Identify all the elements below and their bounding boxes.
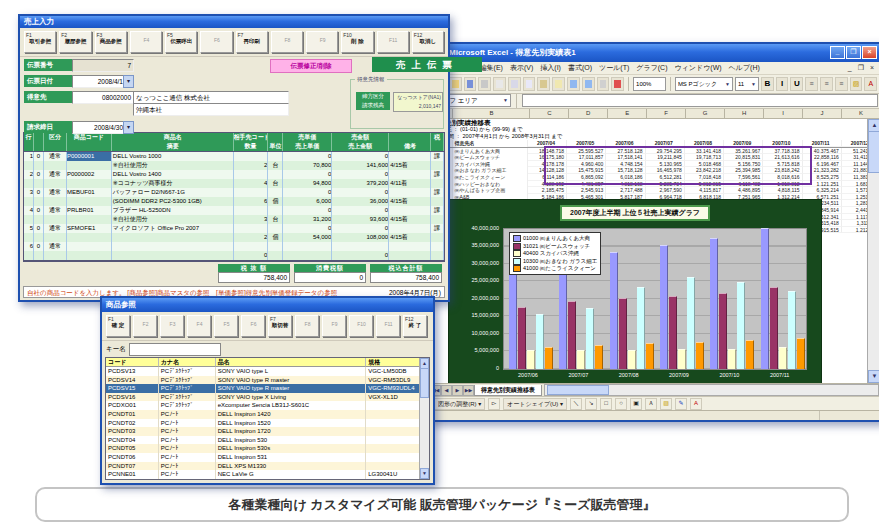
product-row[interactable]: PCDSV13PCﾃﾞｽｸﾄｯﾌﾟSONY VAIO type LVGC-LM5… [106,367,429,376]
underline-icon[interactable]: U [790,77,803,91]
fkey-button-f10[interactable]: F10 [349,315,373,337]
chart-wizard-icon[interactable] [611,77,624,91]
fkey-button-f7[interactable]: F7順切替 [268,315,292,337]
line-icon[interactable]: ＼ [570,398,582,410]
product-row[interactable]: PCNDT06PCﾉｰﾄDELL Inspiron 531 [106,453,429,462]
fkey-button-f4[interactable]: F4 [130,31,162,53]
sheet-tab[interactable]: 得意先別実績推移表 [474,385,542,396]
product-row[interactable]: PCNDT03PCﾉｰﾄDELL Inspiron 1720 [106,427,429,436]
redo-icon[interactable] [582,77,595,91]
slip-date-field[interactable]: 2008/4/1 [72,75,126,88]
bold-icon[interactable]: B [761,77,774,91]
menu-書式(O)[interactable]: 書式(O) [568,63,592,73]
font-size-combo[interactable]: 11▼ [735,77,759,91]
menu-グラフ(C)[interactable]: グラフ(C) [636,63,667,73]
sheet-data-row[interactable]: 41000㈱たこライスクィーン6,114,1866,865,0926,018,1… [430,174,879,181]
wordart-icon[interactable]: Ａ [645,398,657,410]
select-arrow-icon[interactable]: ▻ [488,398,500,410]
fkey-button-f6[interactable]: F6 [241,315,265,337]
align-center-icon[interactable]: ≡ [820,77,833,91]
fkey-button-f9[interactable]: F9 [306,31,338,53]
fkey-button-f11[interactable]: F11 [376,315,400,337]
product-row[interactable]: PCNNE01PCﾉｰﾄNEC LaVie GLG30041U [106,470,429,479]
sales-title-bar[interactable]: 売上入力 [20,16,448,28]
search-key-input[interactable] [129,343,221,356]
cut-icon[interactable] [508,77,521,91]
minimize-icon[interactable]: _ [830,46,845,59]
grid-line[interactable]: 30通常MEBUF01バッファロー D2/N667-1G00課 [24,188,444,197]
autosum-icon[interactable] [597,77,610,91]
product-row[interactable]: PCDSV16PCﾃﾞｽｸﾄｯﾌﾟSONY VAIO type X Living… [106,393,429,402]
fill-color-icon[interactable]: ▨ [850,77,863,91]
product-row[interactable]: PCDXO01PCﾃﾞｽｸﾄｯﾌﾟeXcomputer Sencia LB31J… [106,401,429,410]
product-title-bar[interactable]: 商品参照 [102,298,433,312]
grid-line[interactable]: 20通常P0000002DELL Vostro 140000課 [24,170,444,179]
menu-挿入(I)[interactable]: 挿入(I) [540,63,561,73]
sheet-data-row[interactable]: 31021㈱ビームスウォッチ16,175,18017,011,85717,518… [430,154,879,161]
grid-line[interactable]: ※自社使用分3台31,20093,6004/15着 [24,215,444,224]
grid-line[interactable]: ※自社使用分2台70,800141,6004/15着 [24,161,444,170]
slip-edit-delete-button[interactable]: 伝票修正/削除 [270,59,352,73]
scroll-thumb[interactable] [868,131,879,173]
customer-branch-field[interactable]: 沖縄本社 [133,103,289,116]
product-row[interactable]: PCNDT07PCﾉｰﾄDELL XPS M1330 [106,462,429,471]
font-color-icon[interactable]: A [690,398,702,410]
grid-line[interactable]: 50通常SFMOFE1マイクロソフト Office Pro 200700課 [24,224,444,233]
zoom-combo[interactable]: 100% [633,77,666,91]
menu-編集(E)[interactable]: 編集(E) [480,63,503,73]
column-header-G[interactable]: G [686,109,725,118]
arrow-icon[interactable]: ↘ [585,398,597,410]
menu-ウィンドウ(W)[interactable]: ウィンドウ(W) [675,63,722,73]
column-header-I[interactable]: I [764,109,803,118]
grid-line[interactable]: 00 [24,251,444,260]
sales-bar-chart[interactable]: 2007年度上半期 上位５社売上実績グラフ 05,000,00010,000,0… [448,199,822,383]
fkey-button-f5[interactable]: F5伝票呼出 [165,31,197,53]
customer-code-field[interactable]: 08002000 [72,91,134,104]
fkey-button-f2[interactable]: F2 [133,315,157,337]
fkey-button-f10[interactable]: F10削 除 [341,31,373,53]
fkey-button-f11[interactable]: F11 [377,31,409,53]
fkey-button-f9[interactable]: F9 [322,315,346,337]
grid-line[interactable]: (SODIMM DDR2 PC2-5300 1GB)6個6,00036,0004… [24,197,444,206]
slip-date-dropdown-icon[interactable]: ▾ [123,75,134,88]
grid-line[interactable]: 10通常P0000001DELL Vostro 100000課 [24,152,444,161]
menu-ヘルプ(H)[interactable]: ヘルプ(H) [729,63,760,73]
sheet-data-row[interactable]: 10300㈱おきなわ ガラス細工14,128,12815,475,91515,7… [430,167,879,174]
product-row[interactable]: PCNDT04PCﾉｰﾄDELL Inspiron 530 [106,436,429,445]
column-header-D[interactable]: D [569,109,608,118]
fkey-button-f8[interactable]: F8 [295,315,319,337]
menu-ツール(T)[interactable]: ツール(T) [599,63,629,73]
format-painter-icon[interactable] [552,77,565,91]
print-preview-icon[interactable] [493,77,506,91]
grid-line[interactable]: ※ココナッツ商事様分4台94,800379,2004/11着 [24,179,444,188]
align-left-icon[interactable]: ≡ [805,77,818,91]
fkey-button-f4[interactable]: F4 [187,315,211,337]
print-icon[interactable] [478,77,491,91]
fkey-button-f1[interactable]: F1取引参照 [24,31,56,53]
column-header-F[interactable]: F [647,109,686,118]
fkey-button-f8[interactable]: F8 [271,31,303,53]
align-right-icon[interactable]: ≡ [835,77,848,91]
product-row[interactable]: PCNNE02PCﾉｰﾄNEC LaVie CLC900/KG [106,479,429,480]
workbook-window-buttons[interactable]: _ ❐ × [848,64,876,72]
fkey-button-f5[interactable]: F5 [214,315,238,337]
fkey-button-f3[interactable]: F3商品参照 [95,31,127,53]
closing-date-dropdown-icon[interactable]: ▾ [123,121,134,134]
italic-icon[interactable]: I [776,77,789,91]
product-row[interactable]: PCNDT05PCﾉｰﾄDELL Inspiron 530s [106,444,429,453]
grid-line[interactable]: 行区分商品コード商品名相手先コード(JAN)売単価売金額税 [24,133,444,142]
save-icon[interactable] [464,77,477,91]
open-icon[interactable] [449,77,462,91]
grid-line[interactable]: 60通常 [24,242,444,251]
grid-line[interactable]: 摘要数量単位売上単価売上金額備考 [24,142,444,151]
fkey-button-f12[interactable]: F12取消し [412,31,444,53]
column-header-J[interactable]: J [803,109,842,118]
formula-input[interactable] [522,94,878,107]
restore-icon[interactable]: ❐ [846,46,861,59]
fkey-button-f6[interactable]: F6 [200,31,232,53]
product-row[interactable]: PCDSV14PCﾃﾞｽｸﾄｯﾌﾟSONY VAIO type R master… [106,376,429,385]
excel-title-bar[interactable]: Microsoft Excel - 得意先別実績表1 _ ❐ × [430,44,879,62]
grid-line[interactable]: 2個54,000108,0004/15着 [24,233,444,242]
rectangle-icon[interactable]: □ [600,398,612,410]
tab-prev-icon[interactable]: ◀ [441,385,452,396]
